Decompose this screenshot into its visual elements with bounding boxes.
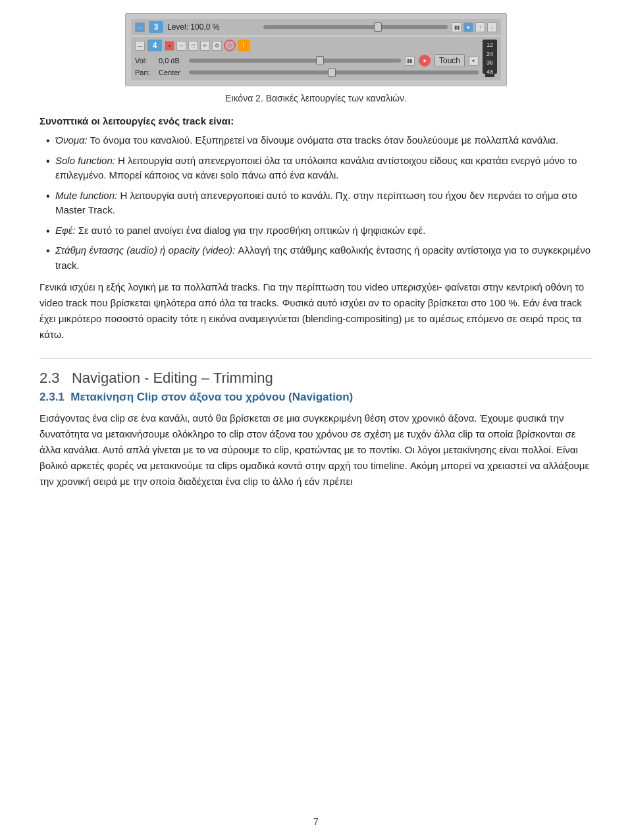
pan-label: Pan: (135, 69, 155, 76)
minimize-icon: — (135, 22, 145, 32)
body-paragraph-1: Γενικά ισχύει η εξής λογική με τα πολλαπ… (40, 279, 592, 343)
section-divider (40, 358, 592, 359)
meter-48: 48 (485, 68, 494, 77)
meter-24: 24 (485, 50, 494, 59)
meter-12: 12 (485, 41, 494, 50)
list-item: Όνομα: Το όνομα του καναλιού. Εξυπηρετεί… (46, 133, 592, 148)
list-item: Εφέ: Σε αυτό το panel ανοίγει ένα dialog… (46, 223, 592, 238)
minimize2-icon: — (135, 41, 145, 51)
list-item-text: Όνομα: Το όνομα του καναλιού. Εξυπηρετεί… (55, 134, 558, 146)
vol-icons: ▮▮ (405, 56, 415, 66)
vol-row: Vol: 0,0 dB ▮▮ ● Touch ▾ (135, 54, 479, 67)
pan-slider[interactable] (189, 70, 479, 74)
down-arrow-icon: ↓ (487, 22, 497, 32)
list-item-text: Mute function: Η λειτουργία αυτή απενεργ… (55, 190, 577, 216)
mixer-image: — 3 Level: 100,0 % ▮▮ ● ↑ ↓ (125, 13, 507, 86)
level-slider[interactable] (263, 25, 448, 29)
pan-row: Pan: Center (135, 69, 479, 76)
list-item-text: Solo function: Η λειτουργία αυτή απενεργ… (55, 155, 577, 181)
ch4-toolbar: ● ↔ □ ✏ ⚙ ⊘ ! (165, 40, 250, 51)
record2-icon: ● (165, 41, 174, 51)
meter-36: 36 (485, 59, 494, 68)
section-23-heading: 2.3 Navigation - Editing – Trimming (40, 370, 592, 387)
bullet-list: Όνομα: Το όνομα του καναλιού. Εξυπηρετεί… (40, 133, 592, 273)
slider-thumb (374, 22, 382, 32)
page-container: — 3 Level: 100,0 % ▮▮ ● ↑ ↓ (0, 0, 632, 840)
channel-3-num: 3 (149, 21, 163, 33)
level-label: Level: 100,0 % (167, 22, 259, 32)
channel-3-row: — 3 Level: 100,0 % ▮▮ ● ↑ ↓ (131, 19, 501, 35)
vol-thumb (316, 56, 324, 65)
figure-area: — 3 Level: 100,0 % ▮▮ ● ↑ ↓ (40, 13, 592, 86)
gear2-icon: ⚙ (212, 41, 222, 51)
figure-caption: Εικόνα 2. Βασικές λειτουργίες των καναλι… (40, 93, 592, 103)
connect-icon: ↔ (176, 41, 186, 51)
subsection-paragraph: Εισάγοντας ένα clip σε ένα κανάλι, αυτό … (40, 410, 592, 490)
list-item: Solo function: Η λειτουργία αυτή απενεργ… (46, 154, 592, 183)
pan-value: Center (159, 69, 185, 76)
vol-slider[interactable] (189, 59, 401, 63)
dropdown-icon: ▾ (469, 56, 479, 66)
page-number: 7 (313, 816, 319, 827)
subsection-231-heading: 2.3.1 Μετακίνηση Clip στον άξονα του χρό… (40, 391, 592, 404)
vol-pause-icon: ▮▮ (405, 56, 415, 66)
vol-label: Vol: (135, 57, 155, 65)
pen-icon: ✏ (200, 41, 210, 51)
touch-gear-icon: ● (419, 55, 431, 67)
pan-thumb (328, 68, 336, 77)
list-item-text: Στάθμη έντασης (audio) ή opacity (video)… (55, 244, 591, 271)
warn-icon: ! (238, 40, 250, 51)
channel-4-num: 4 (147, 40, 162, 51)
intro-heading: Συνοπτικά οι λειτουργίες ενός track είνα… (40, 115, 592, 126)
arrow-icon: ↑ (475, 22, 485, 32)
list-item: Mute function: Η λειτουργία αυτή απενεργ… (46, 188, 592, 218)
mute-icon: ⊘ (224, 40, 236, 51)
record-icon: ● (463, 22, 473, 32)
touch-label: Touch (434, 54, 465, 67)
list-item-text: Εφέ: Σε αυτό το panel ανοίγει ένα dialog… (55, 225, 425, 236)
channel-4-block: — 4 ● ↔ □ ✏ ⚙ ⊘ ! (131, 37, 501, 80)
channel-3-icons: ▮▮ ● ↑ ↓ (452, 22, 497, 32)
box-icon: □ (188, 41, 198, 51)
level-meter: 12 24 36 48 (483, 40, 497, 74)
pause-icon: ▮▮ (452, 22, 461, 32)
list-item: Στάθμη έντασης (audio) ή opacity (video)… (46, 243, 592, 273)
vol-value: 0,0 dB (159, 57, 185, 65)
